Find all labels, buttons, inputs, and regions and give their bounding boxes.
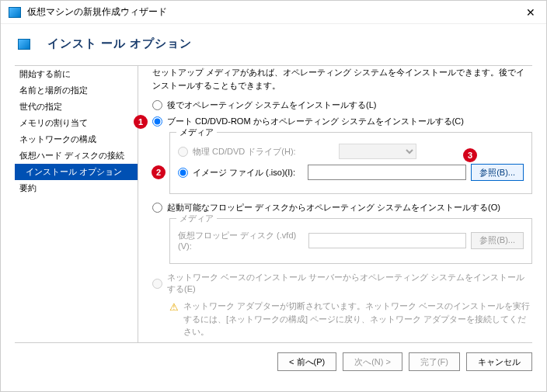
browse-iso-button[interactable]: 参照(B)... xyxy=(471,164,524,181)
media-group-cd: メディア 物理 CD/DVD ドライブ(H): 2 イメージ ファイル (.is… xyxy=(169,132,532,194)
wizard-icon xyxy=(18,39,30,50)
vfd-row: 仮想フロッピー ディスク (.vfd)(V): 参照(B)... xyxy=(178,230,524,251)
radio-image-file[interactable] xyxy=(178,168,188,178)
network-warning: ⚠ ネットワーク アダプターが切断されています。ネットワーク ベースのインストー… xyxy=(169,300,532,338)
footer: < 前へ(P) 次へ(N) > 完了(F) キャンセル xyxy=(1,343,546,380)
radio-install-floppy[interactable] xyxy=(152,203,162,213)
sidebar-item-network[interactable]: ネットワークの構成 xyxy=(15,131,138,147)
label-image-file: イメージ ファイル (.iso)(I): xyxy=(193,167,301,179)
input-iso-path[interactable] xyxy=(308,165,466,180)
content: セットアップ メディアがあれば、オペレーティング システムを今インストールできま… xyxy=(138,66,532,342)
sidebar-item-before-begin[interactable]: 開始する前に xyxy=(15,66,138,82)
sidebar-item-install-options[interactable]: インストール オプション xyxy=(15,164,138,180)
browse-vfd-button: 参照(B)... xyxy=(471,232,524,249)
label-physical-drive: 物理 CD/DVD ドライブ(H): xyxy=(193,146,333,158)
prev-button[interactable]: < 前へ(P) xyxy=(277,352,336,371)
label-install-cd: ブート CD/DVD-ROM からオペレーティング システムをインストールする(… xyxy=(167,116,464,127)
media-group-floppy: メディア 仮想フロッピー ディスク (.vfd)(V): 参照(B)... xyxy=(169,218,532,264)
image-file-row: 2 イメージ ファイル (.iso)(I): 3 参照(B)... xyxy=(178,164,524,181)
input-vfd-path xyxy=(308,233,466,248)
cancel-button[interactable]: キャンセル xyxy=(466,352,532,371)
label-install-network: ネットワーク ベースのインストール サーバーからオペレーティング システムをイン… xyxy=(167,272,532,295)
radio-install-cd[interactable] xyxy=(152,116,162,127)
app-icon xyxy=(9,7,21,18)
media-legend-floppy: メディア xyxy=(176,213,217,224)
finish-button: 完了(F) xyxy=(409,352,460,371)
badge-3: 3 xyxy=(463,148,477,162)
label-install-later: 後でオペレーティング システムをインストールする(L) xyxy=(167,99,377,111)
radio-install-network xyxy=(152,279,162,289)
radio-install-later[interactable] xyxy=(152,100,162,110)
page-header: インスト ール オプション xyxy=(1,24,546,65)
next-button: 次へ(N) > xyxy=(343,352,402,371)
media-legend-cd: メディア xyxy=(176,127,217,138)
warning-icon: ⚠ xyxy=(169,300,179,315)
titlebar: 仮想マシンの新規作成ウィザード ✕ xyxy=(1,1,546,24)
window-title: 仮想マシンの新規作成ウィザード xyxy=(27,5,523,19)
sidebar-item-vhd[interactable]: 仮想ハード ディスクの接続 xyxy=(15,147,138,164)
page-title: インスト ール オプション xyxy=(47,36,192,51)
sidebar-item-generation[interactable]: 世代の指定 xyxy=(15,99,138,115)
select-physical-drive xyxy=(339,144,416,159)
badge-1: 1 xyxy=(134,115,148,129)
sidebar-item-name-location[interactable]: 名前と場所の指定 xyxy=(15,82,138,99)
sidebar-item-memory[interactable]: メモリの割り当て xyxy=(15,115,138,131)
label-install-floppy: 起動可能なフロッピー ディスクからオペレーティング システムをインストールする(… xyxy=(167,202,500,213)
option-install-later[interactable]: 後でオペレーティング システムをインストールする(L) xyxy=(152,99,532,111)
label-vfd: 仮想フロッピー ディスク (.vfd)(V): xyxy=(178,230,302,251)
radio-physical-drive xyxy=(178,147,188,157)
warning-text: ネットワーク アダプターが切断されています。ネットワーク ベースのインストールを… xyxy=(183,300,532,338)
option-install-network: ネットワーク ベースのインストール サーバーからオペレーティング システムをイン… xyxy=(152,272,532,295)
option-install-cd[interactable]: 1 ブート CD/DVD-ROM からオペレーティング システムをインストールす… xyxy=(152,116,532,127)
intro-text: セットアップ メディアがあれば、オペレーティング システムを今インストールできま… xyxy=(152,66,532,92)
sidebar: 開始する前に 名前と場所の指定 世代の指定 メモリの割り当て ネットワークの構成… xyxy=(15,66,138,342)
sidebar-item-summary[interactable]: 要約 xyxy=(15,180,138,196)
close-icon[interactable]: ✕ xyxy=(523,6,538,19)
badge-2: 2 xyxy=(152,165,165,179)
option-install-floppy[interactable]: 起動可能なフロッピー ディスクからオペレーティング システムをインストールする(… xyxy=(152,202,532,213)
